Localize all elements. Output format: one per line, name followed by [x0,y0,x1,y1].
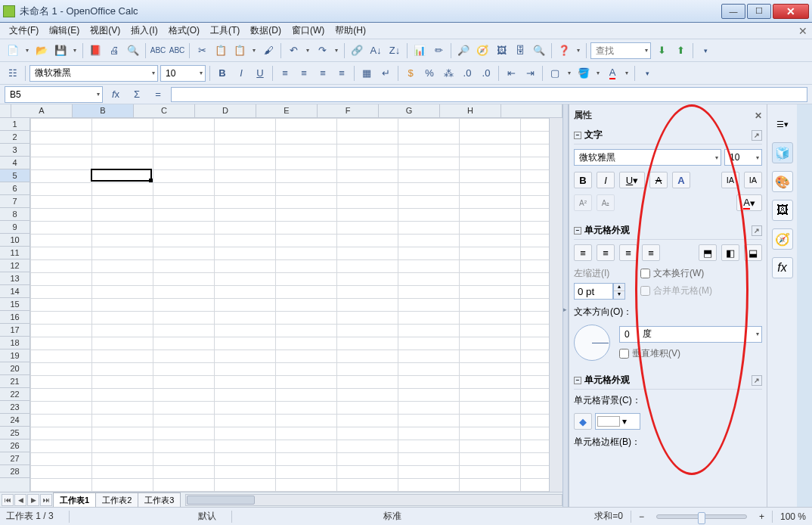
merge-cells-icon[interactable]: ▦ [358,65,375,82]
paste-icon[interactable]: 📋 [231,42,248,59]
prop-bold-icon[interactable]: B [574,172,592,188]
sheet-tab[interactable]: 工作表2 [95,492,138,508]
zoom-slider[interactable] [656,514,747,519]
sum-icon[interactable]: Σ [129,86,145,103]
menu-file[interactable]: 文件(F) [5,23,43,39]
name-box[interactable]: ▾ [5,86,103,103]
cell-reference-input[interactable] [10,89,94,100]
sum-display[interactable]: 求和=0 [594,510,623,523]
zoom-out-icon[interactable]: − [639,511,644,522]
find-icon[interactable]: 🔎 [455,42,472,59]
close-button[interactable]: ✕ [773,4,809,19]
insert-mode[interactable]: 标准 [383,510,401,523]
italic-icon[interactable]: I [233,65,249,82]
prop-subscript-icon[interactable]: A₂ [597,194,615,211]
dropdown-icon[interactable]: ▾ [622,416,627,427]
prop-strike-icon[interactable]: A [649,172,668,188]
menu-help[interactable]: 帮助(H) [330,23,370,39]
select-all-corner[interactable] [0,104,11,117]
align-right-icon[interactable]: ≡ [619,244,637,261]
navigator-icon[interactable]: 🧭 [474,42,491,59]
search-input[interactable] [596,45,642,56]
collapse-icon[interactable]: − [574,377,581,384]
font-color-icon[interactable]: A [604,65,621,82]
sheet-tab[interactable]: 工作表1 [53,492,96,508]
menu-window[interactable]: 窗口(W) [287,23,329,39]
prop-font-size-input[interactable] [730,152,753,163]
row-header[interactable]: 26 [0,440,29,452]
borders-dropdown[interactable]: ▾ [566,70,573,76]
new-icon[interactable]: 📄 [5,42,21,59]
search-dropdown-icon[interactable]: ▾ [645,47,648,54]
spinner-down-icon[interactable]: ▼ [614,291,624,299]
redo-icon[interactable]: ↷ [314,42,330,59]
splitter[interactable] [563,104,569,507]
row-header[interactable]: 20 [0,362,29,375]
chart-icon[interactable]: 📊 [411,42,428,59]
merge-checkbox[interactable]: 合并单元格(M) [640,284,712,297]
row-header[interactable]: 13 [0,272,29,285]
row-header[interactable]: 3 [0,144,29,157]
section-more-icon[interactable]: ↗ [752,130,762,141]
hyperlink-icon[interactable]: 🔗 [349,42,365,59]
align-right-icon[interactable]: ≡ [315,65,331,82]
datasource-icon[interactable]: 🗄 [512,42,528,59]
undo-dropdown[interactable]: ▾ [304,47,311,54]
gallery-pane-icon[interactable]: 🖼 [772,200,793,221]
row-header[interactable]: 10 [0,234,29,247]
properties-pane-icon[interactable]: 🧊 [772,142,793,163]
percent-icon[interactable]: % [421,65,438,82]
bg-color-dropdown[interactable]: ▾ [594,70,602,76]
row-header[interactable]: 24 [0,414,29,427]
format-paint-icon[interactable]: 🖌 [260,42,277,59]
sort-desc-icon[interactable]: Z↓ [386,42,403,59]
sheet-tab[interactable]: 工作表3 [138,492,181,508]
section-more-icon[interactable]: ↗ [752,375,762,386]
menu-view[interactable]: 视图(V) [85,23,125,39]
remove-decimal-icon[interactable]: .0 [478,65,494,82]
prop-font-name-input[interactable] [579,152,712,163]
font-size-input[interactable] [166,68,197,79]
bg-color-combo[interactable]: ▾ [595,413,640,430]
help-dropdown[interactable]: ▾ [575,47,582,54]
functions-pane-icon[interactable]: fx [772,257,793,278]
increase-indent-icon[interactable]: ⇥ [522,65,538,82]
auto-spellcheck-icon[interactable]: ABC [169,42,185,59]
dropdown-icon[interactable]: ▾ [152,70,155,76]
row-header[interactable]: 7 [0,195,29,208]
styles-icon[interactable]: ☷ [5,65,21,82]
prop-shrink-font-icon[interactable]: IA [744,172,762,188]
new-dropdown[interactable]: ▾ [23,47,31,54]
prop-shadow-icon[interactable]: A [672,172,690,188]
add-decimal-icon[interactable]: .0 [459,65,476,82]
zoom-icon[interactable]: 🔍 [531,42,547,59]
align-justify-icon[interactable]: ≡ [333,65,350,82]
minimize-button[interactable]: — [721,4,745,19]
section-more-icon[interactable]: ↗ [752,225,762,236]
sort-asc-icon[interactable]: A↓ [367,42,384,59]
column-header[interactable]: F [318,104,379,117]
font-size-combo[interactable]: ▾ [160,65,206,82]
dropdown-icon[interactable]: ▾ [715,154,718,161]
row-header[interactable]: 6 [0,182,29,195]
show-draw-icon[interactable]: ✏ [430,42,447,59]
angle-combo[interactable]: 度 ▾ [619,326,762,343]
toolbar-overflow-icon[interactable]: ▾ [697,42,714,59]
save-dropdown[interactable]: ▾ [71,47,79,54]
spellcheck-icon[interactable]: ABC [150,42,166,59]
column-header[interactable] [501,104,563,117]
prop-superscript-icon[interactable]: A² [574,194,592,211]
spinner-up-icon[interactable]: ▲ [614,284,624,291]
vstack-checkbox[interactable]: 垂直堆积(V) [619,347,762,360]
zoom-in-icon[interactable]: + [759,511,764,522]
page-style[interactable]: 默认 [198,510,216,523]
zoom-value[interactable]: 100 % [780,511,806,522]
scrollbar-thumb[interactable] [187,495,255,505]
styles-pane-icon[interactable]: 🎨 [772,171,793,192]
row-header[interactable]: 19 [0,349,29,362]
column-header[interactable]: D [195,104,256,117]
cut-icon[interactable]: ✂ [194,42,210,59]
dropdown-icon[interactable]: ▾ [756,331,759,337]
rotation-dial[interactable] [574,325,610,361]
menu-data[interactable]: 数据(D) [246,23,286,39]
